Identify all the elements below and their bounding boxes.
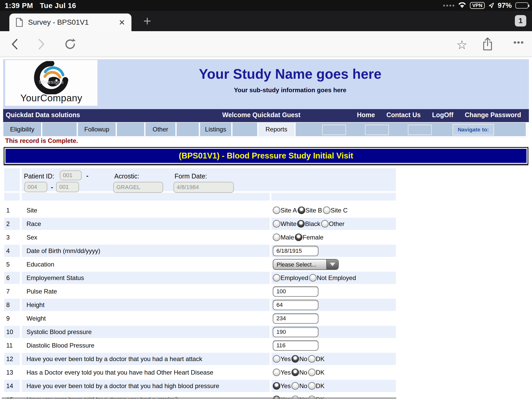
radio-has-a-doctor-every-told-you-that-you-have-had-other-heart-disease-dk[interactable] — [308, 369, 316, 376]
patient-id-input-3[interactable] — [56, 182, 79, 192]
question-label: Diastolic Blood Pressure — [22, 339, 270, 351]
question-number: 9 — [4, 312, 20, 324]
input-diastolic-blood-pressure[interactable] — [273, 340, 318, 351]
input-pulse-rate[interactable] — [273, 286, 318, 297]
input-height[interactable] — [273, 300, 318, 310]
patient-id-input-2[interactable] — [24, 182, 47, 192]
new-tab-button[interactable]: + — [140, 15, 154, 29]
form-row-11: 11Diastolic Blood Pressure — [0, 339, 532, 351]
radio-sex-male[interactable] — [273, 234, 280, 241]
radio-has-a-doctor-every-told-you-that-you-have-had-other-heart-disease-no[interactable] — [291, 369, 299, 376]
bookmark-star-icon[interactable]: ☆ — [455, 37, 469, 52]
radio-option-label: No — [299, 369, 307, 376]
radio-site-site-b[interactable] — [298, 207, 305, 214]
radio-option-label: White — [281, 220, 296, 228]
question-number: 14 — [4, 380, 20, 392]
form-row-2: 2RaceWhiteBlackOther — [0, 218, 532, 230]
answer-cell — [271, 312, 396, 324]
input-date-of-birth-mm-dd-yyyy[interactable] — [273, 246, 318, 256]
battery-icon — [515, 2, 528, 9]
question-label: Pulse Rate — [22, 285, 270, 297]
page-header: 99designs YourCompany Your Study Name go… — [3, 59, 529, 109]
menu-reports[interactable]: Reports — [258, 123, 294, 136]
back-button[interactable] — [8, 38, 21, 50]
tab-count-button[interactable]: 1 — [515, 15, 526, 26]
clock: 1:39 PM — [5, 2, 33, 10]
answer-cell: YesNoDK — [271, 353, 396, 365]
form-row-9: 9Weight — [0, 312, 532, 324]
question-number: 11 — [4, 339, 20, 351]
menu-bar: Eligibility Followup Other Listings Repo… — [3, 122, 529, 138]
radio-have-you-ever-been-told-by-a-doctor-that-you-had-high-blood-pressure-dk[interactable] — [308, 382, 316, 390]
question-label: Has a Doctor every told you that you hav… — [22, 366, 270, 378]
status-bar: 1:39 PMTue Jul 16 VPN 97% — [0, 0, 532, 11]
radio-employement-status-not-employed[interactable] — [309, 274, 317, 282]
tab-title: Survey - BPS01V1 — [28, 18, 116, 26]
forward-button[interactable] — [35, 38, 48, 50]
tab-close-icon[interactable]: ✕ — [119, 18, 125, 27]
question-label: Date of Birth (mm/dd/yyyy) — [22, 245, 270, 257]
menu-empty-box — [365, 125, 389, 135]
browser-tab[interactable]: Survey - BPS01V1 ✕ — [9, 14, 131, 31]
nav-link-logoff[interactable]: LogOff — [432, 111, 453, 119]
radio-have-you-ever-been-told-by-a-doctor-that-you-had-a-heart-attack-dk[interactable] — [308, 355, 316, 363]
horizontal-scrollbar[interactable] — [2, 397, 396, 399]
acrostic-label: Acrostic: — [114, 172, 139, 180]
answer-cell: EmployedNot Employed — [271, 272, 396, 284]
navigate-to-dropdown[interactable]: Navigate to: — [453, 124, 494, 135]
radio-sex-female[interactable] — [295, 234, 302, 241]
radio-have-you-ever-been-told-by-a-doctor-that-you-had-a-heart-attack-no[interactable] — [291, 355, 299, 363]
strip-segment — [4, 193, 20, 201]
radio-has-a-doctor-every-told-you-that-you-have-had-other-heart-disease-yes[interactable] — [273, 369, 280, 376]
form-date-input[interactable] — [174, 182, 234, 193]
strip-segment — [271, 193, 396, 201]
question-number: 2 — [4, 218, 20, 230]
question-label: Systolic Blood pressure — [22, 326, 270, 338]
question-label: Weight — [22, 312, 270, 324]
radio-site-site-c[interactable] — [323, 207, 330, 214]
menu-listings[interactable]: Listings — [200, 123, 231, 136]
survey-form: 1SiteSite ASite BSite C2RaceWhiteBlackOt… — [0, 204, 532, 399]
reload-button[interactable] — [64, 38, 76, 50]
input-weight[interactable] — [273, 313, 318, 324]
answer-cell: MaleFemale — [271, 231, 396, 243]
radio-option-label: Employed — [281, 274, 308, 282]
nav-link-home[interactable]: Home — [357, 111, 375, 119]
form-title-bar: (BPS01V1) - Blood Pressure Study Initial… — [4, 147, 528, 165]
form-title: (BPS01V1) - Blood Pressure Study Initial… — [179, 151, 353, 161]
patient-id-label: Patient ID: — [24, 172, 54, 180]
question-number: 13 — [4, 366, 20, 378]
nav-link-change-password[interactable]: Change Password — [465, 111, 521, 119]
menu-followup[interactable]: Followup — [78, 123, 116, 136]
radio-have-you-ever-been-told-by-a-doctor-that-you-had-a-heart-attack-yes[interactable] — [273, 355, 280, 363]
patient-id-input-1[interactable] — [60, 170, 82, 180]
brand-text: Quickdat Data solutions — [6, 111, 80, 119]
cellular-signal-icon — [443, 5, 454, 6]
share-icon[interactable] — [482, 37, 493, 51]
welcome-text: Welcome Quickdat Guest — [196, 111, 326, 119]
menu-eligibility[interactable]: Eligibility — [3, 123, 41, 136]
wifi-icon — [458, 2, 466, 9]
tab-strip: Survey - BPS01V1 ✕ + 1 — [0, 11, 532, 31]
radio-have-you-ever-been-told-by-a-doctor-that-you-had-high-blood-pressure-no[interactable] — [291, 382, 299, 390]
date: Tue Jul 16 — [40, 2, 76, 10]
answer-cell: YesNoDK — [271, 380, 396, 392]
radio-option-label: Black — [305, 220, 320, 228]
radio-race-other[interactable] — [321, 220, 329, 228]
menu-empty-box — [408, 125, 432, 135]
question-number: 8 — [4, 299, 20, 311]
radio-race-white[interactable] — [273, 220, 280, 228]
menu-dots-icon[interactable]: ••• — [510, 37, 528, 48]
nav-link-contact-us[interactable]: Contact Us — [386, 111, 421, 119]
radio-option-label: Other — [329, 220, 344, 228]
dash: - — [86, 172, 88, 179]
menu-other[interactable]: Other — [145, 123, 175, 136]
radio-site-site-a[interactable] — [273, 207, 280, 214]
radio-have-you-ever-been-told-by-a-doctor-that-you-had-high-blood-pressure-yes[interactable] — [273, 382, 280, 390]
radio-race-black[interactable] — [297, 220, 305, 228]
acrostic-input[interactable] — [113, 182, 163, 193]
radio-employement-status-employed[interactable] — [273, 274, 280, 282]
select-education[interactable]: Please Select... — [273, 259, 339, 270]
radio-option-label: Site B — [305, 207, 322, 214]
input-systolic-blood-pressure[interactable] — [273, 327, 318, 337]
